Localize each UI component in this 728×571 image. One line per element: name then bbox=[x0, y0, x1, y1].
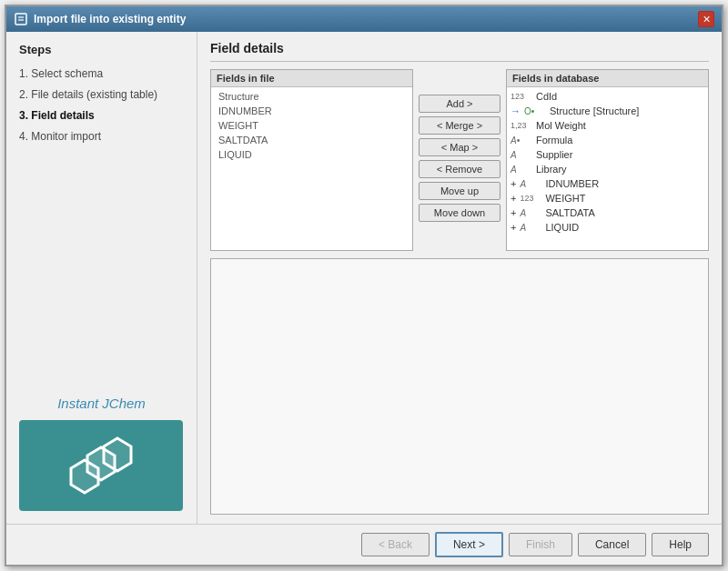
title-bar-left: Import file into existing entity bbox=[14, 12, 186, 26]
preview-area bbox=[210, 258, 709, 515]
step-4-num: 4. bbox=[19, 130, 28, 143]
brand-logo-icon bbox=[69, 434, 133, 497]
db-field-saltdata[interactable]: + A SALTDATA bbox=[507, 205, 708, 220]
db-field-idnumber-name: IDNUMBER bbox=[545, 178, 599, 189]
step-2-num: 2. bbox=[19, 88, 28, 101]
brand-area: Instant JChem bbox=[6, 383, 197, 524]
steps-panel: Steps 1. Select schema 2. File details (… bbox=[6, 32, 197, 383]
dialog: Import file into existing entity ✕ Steps… bbox=[5, 5, 723, 566]
title-bar: Import file into existing entity ✕ bbox=[6, 6, 722, 32]
db-field-liquid-name: LIQUID bbox=[545, 222, 579, 233]
db-field-structure-name: Structure [Structure] bbox=[550, 105, 639, 116]
brand-logo bbox=[19, 420, 183, 511]
db-field-supplier-name: Supplier bbox=[536, 149, 572, 160]
step-1-num: 1. bbox=[19, 67, 28, 80]
main-panel: Field details Fields in file Structure I… bbox=[197, 32, 722, 524]
panel-title: Field details bbox=[210, 41, 709, 62]
db-field-library-type: A bbox=[511, 165, 532, 175]
steps-title: Steps bbox=[19, 43, 184, 56]
move-up-button[interactable]: Move up bbox=[419, 182, 500, 200]
db-field-structure-arrow: → bbox=[511, 105, 521, 116]
svg-marker-5 bbox=[71, 460, 98, 493]
file-field-saltdata[interactable]: SALTDATA bbox=[211, 133, 412, 147]
dialog-title: Import file into existing entity bbox=[34, 13, 186, 25]
fields-area: Fields in file Structure IDNUMBER WEIGHT… bbox=[210, 69, 709, 251]
db-field-idnumber-prefix: + bbox=[511, 178, 516, 189]
db-field-formula-name: Formula bbox=[536, 135, 572, 145]
db-field-molweight[interactable]: 1,23 Mol Weight bbox=[507, 118, 708, 133]
file-field-structure[interactable]: Structure bbox=[211, 89, 412, 104]
fields-in-file-title: Fields in file bbox=[211, 70, 412, 87]
db-field-library[interactable]: A Library bbox=[507, 162, 708, 176]
db-field-supplier[interactable]: A Supplier bbox=[507, 147, 708, 162]
db-field-formula-type: A• bbox=[511, 135, 532, 145]
svg-marker-4 bbox=[104, 438, 131, 471]
db-field-structure[interactable]: → O• Structure [Structure] bbox=[507, 104, 708, 118]
file-field-liquid[interactable]: LIQUID bbox=[211, 147, 412, 162]
fields-in-file-box: Fields in file Structure IDNUMBER WEIGHT… bbox=[210, 69, 413, 251]
action-buttons: Add > < Merge > < Map > < Remove Move up… bbox=[419, 69, 500, 251]
finish-button[interactable]: Finish bbox=[509, 533, 572, 556]
db-field-weight[interactable]: + 123 WEIGHT bbox=[507, 191, 708, 205]
step-3: 3. Field details bbox=[19, 107, 184, 124]
move-down-button[interactable]: Move down bbox=[419, 204, 500, 222]
cancel-button[interactable]: Cancel bbox=[578, 533, 646, 556]
footer-bar: < Back Next > Finish Cancel Help bbox=[6, 524, 722, 565]
db-field-liquid-type: A bbox=[520, 223, 541, 233]
fields-in-db-title: Fields in database bbox=[507, 70, 708, 87]
sidebar: Steps 1. Select schema 2. File details (… bbox=[6, 32, 197, 524]
help-button[interactable]: Help bbox=[652, 533, 709, 556]
step-2: 2. File details (existing table) bbox=[19, 86, 184, 103]
file-fields-list[interactable]: Structure IDNUMBER WEIGHT SALTDATA LIQUI… bbox=[211, 87, 412, 250]
back-button[interactable]: < Back bbox=[361, 533, 430, 556]
db-field-saltdata-type: A bbox=[520, 208, 541, 218]
db-fields-scroll-area: 123 CdId → O• Structure [Structure] 1,23… bbox=[507, 87, 708, 250]
db-field-saltdata-prefix: + bbox=[511, 207, 516, 218]
db-field-cdid[interactable]: 123 CdId bbox=[507, 89, 708, 104]
db-field-cdid-name: CdId bbox=[536, 91, 557, 102]
close-button[interactable]: ✕ bbox=[698, 11, 714, 27]
step-1-label: Select schema bbox=[31, 67, 103, 80]
db-field-molweight-name: Mol Weight bbox=[536, 120, 586, 131]
step-1: 1. Select schema bbox=[19, 65, 184, 82]
file-field-idnumber[interactable]: IDNUMBER bbox=[211, 104, 412, 118]
db-field-weight-name: WEIGHT bbox=[545, 193, 585, 204]
db-field-library-name: Library bbox=[536, 164, 567, 175]
file-field-weight[interactable]: WEIGHT bbox=[211, 118, 412, 133]
db-field-structure-type: O• bbox=[524, 106, 546, 116]
add-button[interactable]: Add > bbox=[419, 95, 500, 113]
db-field-weight-type: 123 bbox=[520, 194, 541, 203]
db-field-idnumber-type: A bbox=[520, 179, 541, 189]
svg-rect-0 bbox=[15, 14, 26, 25]
db-field-molweight-type: 1,23 bbox=[511, 121, 532, 130]
merge-button[interactable]: < Merge > bbox=[419, 116, 500, 135]
content-area: Steps 1. Select schema 2. File details (… bbox=[6, 32, 722, 524]
fields-in-db-box: Fields in database 123 CdId → O• Structu… bbox=[506, 69, 709, 251]
db-field-formula[interactable]: A• Formula bbox=[507, 133, 708, 147]
step-4: 4. Monitor import bbox=[19, 128, 184, 145]
step-3-num: 3. bbox=[19, 109, 28, 122]
dialog-icon bbox=[14, 12, 28, 26]
db-field-saltdata-name: SALTDATA bbox=[545, 207, 594, 218]
db-field-idnumber[interactable]: + A IDNUMBER bbox=[507, 176, 708, 191]
db-field-cdid-type: 123 bbox=[511, 92, 532, 101]
step-2-label: File details (existing table) bbox=[31, 88, 157, 101]
map-button[interactable]: < Map > bbox=[419, 138, 500, 156]
db-fields-list[interactable]: 123 CdId → O• Structure [Structure] 1,23… bbox=[507, 87, 708, 250]
db-field-supplier-type: A bbox=[511, 150, 532, 160]
step-3-label: Field details bbox=[31, 109, 94, 122]
db-field-liquid-prefix: + bbox=[511, 222, 516, 233]
next-button[interactable]: Next > bbox=[435, 532, 503, 557]
db-field-liquid[interactable]: + A LIQUID bbox=[507, 220, 708, 235]
db-field-weight-prefix: + bbox=[511, 193, 516, 204]
brand-text: Instant JChem bbox=[19, 396, 184, 411]
remove-button[interactable]: < Remove bbox=[419, 160, 500, 178]
step-4-label: Monitor import bbox=[31, 130, 101, 143]
